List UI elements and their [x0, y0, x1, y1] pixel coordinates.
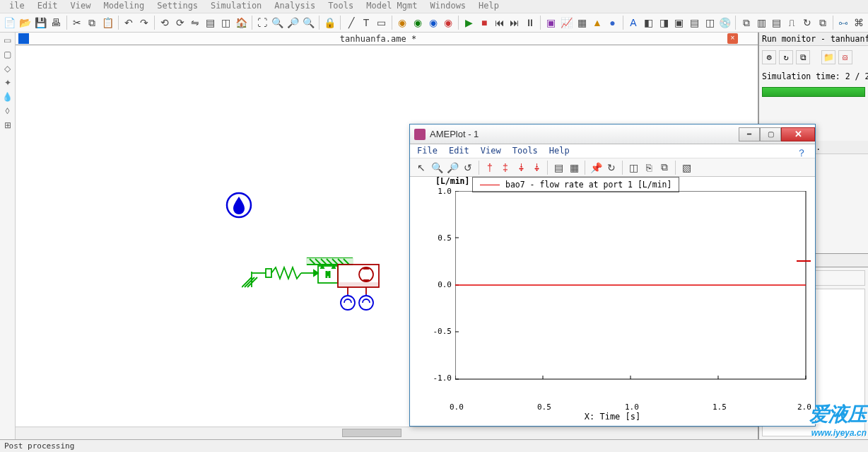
plot-area[interactable]: [L/min] bao7 - flow rate at port 1 [L/mi…	[413, 178, 812, 422]
plot-menu-file[interactable]: File	[417, 146, 438, 156]
pulse-icon[interactable]: ⎍	[785, 16, 799, 30]
marker1-icon[interactable]: †	[483, 161, 497, 175]
fluid-properties-block[interactable]	[225, 191, 253, 219]
run-icon[interactable]: ▶	[462, 16, 476, 30]
app1-icon[interactable]: A	[627, 16, 640, 30]
line-icon[interactable]: ╱	[344, 16, 358, 30]
open-icon[interactable]: 📂	[18, 16, 32, 30]
menu-windows[interactable]: Windows	[424, 0, 473, 13]
undo-icon[interactable]: ↶	[122, 16, 136, 30]
zoom-out-icon[interactable]: 🔎	[286, 16, 300, 30]
canvas-horizontal-scrollbar[interactable]	[16, 427, 758, 439]
fit-icon[interactable]: ⛶	[256, 16, 269, 30]
cut-icon[interactable]: ✂	[71, 16, 84, 30]
rm-stop-icon[interactable]: ⦻	[838, 50, 852, 64]
extra-icon[interactable]: ▧	[679, 161, 693, 175]
export-icon[interactable]: ⎘	[642, 161, 656, 175]
new-icon[interactable]: 📄	[3, 16, 16, 30]
maximize-button[interactable]: ▢	[760, 127, 781, 141]
plot-menu-view[interactable]: View	[481, 146, 501, 156]
cursor-icon[interactable]: ↖	[414, 161, 428, 175]
reload-icon[interactable]: ↻	[801, 16, 814, 30]
rm-copy-icon[interactable]: ⧉	[796, 50, 810, 64]
palette-icon[interactable]: ◫	[626, 161, 640, 175]
stop-icon[interactable]: ■	[478, 16, 491, 30]
print-icon[interactable]: 🖶	[49, 16, 63, 30]
pause-icon[interactable]: ⏸	[524, 16, 537, 30]
rotate-right-icon[interactable]: ⟳	[173, 16, 187, 30]
cone-icon[interactable]: ▲	[591, 16, 604, 30]
mode-submodel-icon[interactable]: ◉	[411, 16, 425, 30]
ameplot-window[interactable]: AMEPlot - 1 ━ ▢ ✕ File Edit View Tools H…	[409, 124, 816, 427]
cascade-icon[interactable]: ⧉	[739, 16, 753, 30]
mode-param-icon[interactable]: ◉	[426, 16, 440, 30]
disc-icon[interactable]: 💿	[718, 16, 732, 30]
menu-settings[interactable]: Settings	[151, 0, 204, 13]
autoscale-icon[interactable]: ↺	[461, 161, 475, 175]
plot-menu-bar[interactable]: File Edit View Tools Help	[410, 144, 815, 158]
tile-h-icon[interactable]: ▥	[755, 16, 768, 30]
app2-icon[interactable]: ◧	[642, 16, 655, 30]
table-icon[interactable]: ▦	[575, 16, 589, 30]
main-menu-bar[interactable]: ile Edit View Modeling Settings Simulati…	[0, 0, 868, 13]
menu-help[interactable]: Help	[472, 0, 505, 13]
palette-icon-1[interactable]: ▭	[1, 34, 14, 47]
redo-icon[interactable]: ↷	[137, 16, 151, 30]
plot-menu-edit[interactable]: Edit	[449, 146, 469, 156]
mode-sim-icon[interactable]: ◉	[442, 16, 455, 30]
plot-icon[interactable]: ▣	[544, 16, 558, 30]
search-icon[interactable]: 🔍	[302, 16, 315, 30]
app4-icon[interactable]: ▣	[673, 16, 686, 30]
palette-icon-3[interactable]: ◇	[1, 62, 14, 75]
rm-gear-icon[interactable]: ⚙	[762, 50, 776, 64]
zoom-in-icon[interactable]: 🔍	[271, 16, 284, 30]
menu-edit[interactable]: Edit	[31, 0, 64, 13]
group-icon[interactable]: ◫	[219, 16, 233, 30]
fwd-icon[interactable]: ⏭	[508, 16, 522, 30]
palette-icon-5[interactable]: 💧	[1, 91, 14, 103]
palette-icon-6[interactable]: ◊	[1, 105, 14, 117]
paste-icon[interactable]: 📋	[101, 16, 115, 30]
zoom-area-icon[interactable]: 🔎	[445, 161, 459, 175]
refresh-icon[interactable]: ↻	[604, 161, 618, 175]
rm-folder-icon[interactable]: 📁	[821, 50, 835, 64]
tile-v-icon[interactable]: ▤	[770, 16, 783, 30]
palette-icon-4[interactable]: ✦	[1, 76, 14, 89]
layers-icon[interactable]: ▤	[204, 16, 218, 30]
chart-icon[interactable]: 📈	[560, 16, 573, 30]
close-tab-button[interactable]: ×	[727, 33, 738, 44]
close-button[interactable]: ✕	[781, 127, 815, 141]
menu-tools[interactable]: Tools	[322, 0, 360, 13]
zoom-icon[interactable]: 🔍	[430, 161, 444, 175]
back-icon[interactable]: ⏮	[493, 16, 507, 30]
home-icon[interactable]: 🏠	[235, 16, 248, 30]
save-icon[interactable]: 💾	[34, 16, 47, 30]
flip-h-icon[interactable]: ⇋	[189, 16, 202, 30]
copy-plot-icon[interactable]: ⧉	[657, 161, 671, 175]
pin-icon[interactable]: 📌	[589, 161, 603, 175]
marker4-icon[interactable]: ⸸	[529, 161, 544, 175]
palette-icon-2[interactable]: ▢	[1, 48, 14, 61]
palette-icon-7[interactable]: ⊞	[1, 119, 14, 132]
marker2-icon[interactable]: ‡	[498, 161, 512, 175]
box-icon[interactable]: ▭	[375, 16, 388, 30]
menu-file[interactable]: ile	[3, 0, 31, 13]
app6-icon[interactable]: ◫	[703, 16, 717, 30]
help-icon[interactable]: ？	[797, 147, 808, 158]
plot-legend[interactable]: bao7 - flow rate at port 1 [L/min]	[472, 177, 679, 192]
plot-menu-tools[interactable]: Tools	[512, 146, 538, 156]
menu-modeling[interactable]: Modeling	[98, 0, 151, 13]
globe-icon[interactable]: ●	[606, 16, 619, 30]
props-icon[interactable]: ▤	[551, 161, 565, 175]
app5-icon[interactable]: ▤	[688, 16, 701, 30]
lock-icon[interactable]: 🔒	[323, 16, 336, 30]
spring-mass-pump-block[interactable]: M	[242, 257, 394, 318]
menu-view[interactable]: View	[64, 0, 98, 13]
menu-model-mgmt[interactable]: Model Mgmt	[360, 0, 423, 13]
plot-window-titlebar[interactable]: AMEPlot - 1 ━ ▢ ✕	[410, 124, 815, 144]
copy-icon[interactable]: ⧉	[86, 16, 99, 30]
rotate-left-icon[interactable]: ⟲	[158, 16, 172, 30]
dup-icon[interactable]: ⧉	[816, 16, 829, 30]
text-icon[interactable]: T	[360, 16, 373, 30]
python-icon[interactable]: ⧟	[837, 16, 850, 30]
